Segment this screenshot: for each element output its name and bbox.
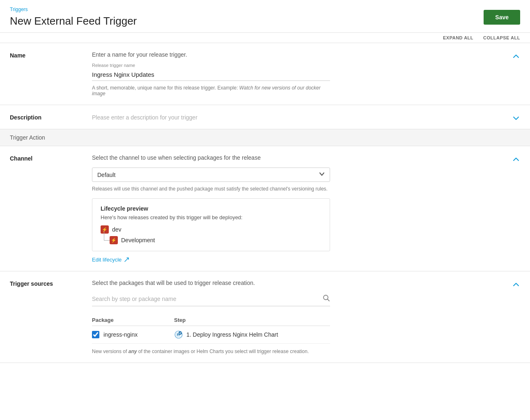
package-cell: ingress-nginx: [92, 326, 174, 344]
trigger-sources-chevron-icon[interactable]: [512, 280, 520, 291]
field-label: Release trigger name: [92, 63, 504, 68]
trigger-sources-header: Trigger sources Select the packages that…: [0, 271, 530, 363]
save-button[interactable]: Save: [484, 10, 520, 25]
lifecycle-item-development: ⚡ Development: [110, 236, 321, 244]
channel-description: Select the channel to use when selecting…: [92, 154, 504, 161]
trigger-sources-section: Trigger sources Select the packages that…: [0, 271, 530, 363]
name-chevron-icon[interactable]: [512, 52, 520, 62]
channel-dropdown[interactable]: Default: [92, 168, 330, 182]
channel-dropdown-arrow-icon: [319, 171, 325, 178]
development-env-name: Development: [121, 237, 155, 243]
dev-env-badge: ⚡: [101, 225, 109, 234]
description-content: Please enter a description for your trig…: [92, 113, 520, 121]
description-placeholder[interactable]: Please enter a description for your trig…: [92, 113, 504, 121]
search-icon: [323, 294, 330, 303]
channel-section-header: Channel Select the channel to use when s…: [0, 146, 530, 271]
channel-help-text: Releases will use this channel and the p…: [92, 186, 330, 192]
name-content: Enter a name for your release trigger. R…: [92, 51, 520, 96]
description-section: Description Please enter a description f…: [0, 105, 530, 129]
channel-dropdown-value: Default: [97, 172, 319, 178]
description-chevron-icon[interactable]: [512, 114, 520, 124]
step-col-header: Step: [174, 314, 330, 326]
name-section-header: Name Enter a name for your release trigg…: [0, 43, 530, 105]
lifecycle-preview-box: Lifecycle preview Here's how releases cr…: [92, 198, 330, 251]
package-checkbox-cell: ingress-nginx: [92, 331, 169, 338]
expand-collapse-row: EXPAND ALL COLLAPSE ALL: [0, 33, 530, 43]
package-checkbox[interactable]: [92, 331, 99, 338]
trigger-sources-description: Select the packages that will be used to…: [92, 280, 504, 286]
breadcrumb[interactable]: Triggers: [10, 7, 137, 12]
package-name: ingress-nginx: [103, 331, 138, 338]
lifecycle-title: Lifecycle preview: [101, 205, 321, 212]
svg-line-1: [328, 299, 330, 301]
name-description: Enter a name for your release trigger.: [92, 51, 504, 58]
trigger-sources-content: Select the packages that will be used to…: [92, 280, 520, 354]
name-section: Name Enter a name for your release trigg…: [0, 43, 530, 105]
step-cell-content: 1. Deploy Ingress Nginx Helm Chart: [174, 330, 325, 339]
step-name: 1. Deploy Ingress Nginx Helm Chart: [186, 331, 278, 338]
description-label: Description: [10, 113, 92, 121]
trigger-sources-label: Trigger sources: [10, 280, 92, 287]
page-container: Triggers New External Feed Trigger Save …: [0, 0, 530, 420]
packages-table: Package Step ingress-n: [92, 314, 330, 344]
description-section-header: Description Please enter a description f…: [0, 105, 530, 129]
expand-all-button[interactable]: EXPAND ALL: [443, 35, 473, 40]
header: Triggers New External Feed Trigger Save: [0, 0, 530, 33]
channel-section: Channel Select the channel to use when s…: [0, 146, 530, 271]
channel-label: Channel: [10, 154, 92, 162]
search-container: [92, 294, 330, 306]
search-input[interactable]: [92, 296, 323, 302]
lifecycle-item-dev: ⚡ dev: [101, 225, 321, 234]
name-label: Name: [10, 51, 92, 59]
footer-any-text: New versions of any of the container ima…: [92, 349, 330, 354]
package-row: ingress-nginx: [92, 326, 330, 344]
development-env-badge: ⚡: [110, 236, 118, 244]
step-cell: 1. Deploy Ingress Nginx Helm Chart: [174, 326, 330, 344]
lifecycle-subtitle: Here's how releases created by this trig…: [101, 214, 321, 220]
edit-lifecycle-link[interactable]: Edit lifecycle: [92, 257, 129, 263]
trigger-action-label: Trigger Action: [10, 134, 45, 141]
channel-chevron-icon[interactable]: [512, 155, 520, 165]
package-col-header: Package: [92, 314, 174, 326]
dev-env-name: dev: [112, 226, 122, 233]
collapse-all-button[interactable]: COLLAPSE ALL: [483, 35, 520, 40]
header-left: Triggers New External Feed Trigger: [10, 7, 137, 28]
channel-content: Select the channel to use when selecting…: [92, 154, 520, 263]
trigger-name-input[interactable]: [92, 69, 330, 81]
step-icon: [174, 330, 183, 339]
name-help-text: A short, memorable, unique name for this…: [92, 85, 322, 96]
page-title: New External Feed Trigger: [10, 15, 137, 28]
trigger-action-row: Trigger Action: [0, 129, 530, 146]
